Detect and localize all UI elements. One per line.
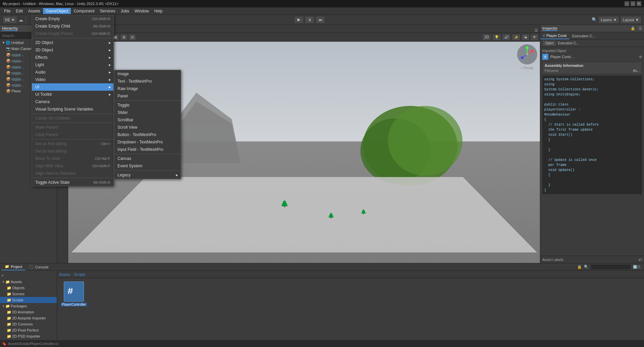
3d-object-label: 3D Object xyxy=(35,48,53,52)
maximize-button[interactable]: □ xyxy=(631,1,635,6)
ui-text-tmp[interactable]: Text - TextMeshPro xyxy=(114,78,181,85)
tree-item-2d-common[interactable]: 📁 2D Common xyxy=(0,321,57,327)
menu-component[interactable]: Component xyxy=(71,8,97,14)
hierarchy-tab[interactable]: Hierarchy xyxy=(2,26,18,31)
tree-item-2d-anim[interactable]: 📁 2D Animation xyxy=(0,309,57,315)
scene-skybox-btn[interactable]: 🌤 xyxy=(521,34,530,41)
menu-ui[interactable]: UI xyxy=(32,83,113,91)
console-tab[interactable]: ⬛ Console xyxy=(26,264,52,270)
scene-2d-btn[interactable]: 2D xyxy=(482,34,491,41)
menu-move-to-view: Move To View Ctrl+Alt+F xyxy=(32,155,113,162)
asset-player-controller[interactable]: # PlayerController xyxy=(60,281,87,306)
filename-label: Filename xyxy=(545,69,558,73)
layout-dropdown[interactable]: Layout ▼ xyxy=(620,16,641,24)
search-icon-bottom[interactable]: 🔍 xyxy=(584,265,589,269)
menu-jobs[interactable]: Jobs xyxy=(118,8,132,14)
menu-align-view-to-selected: Align View to Selected xyxy=(32,170,113,177)
layers-dropdown[interactable]: Layers ▼ xyxy=(598,16,619,24)
ui-slider[interactable]: Slider xyxy=(114,109,181,116)
small-tree-1: 🌲 xyxy=(280,200,289,208)
ui-event-system[interactable]: Event System xyxy=(114,162,181,170)
menu-gameobject[interactable]: GameObject xyxy=(43,8,71,14)
search-icon[interactable]: 🔍 xyxy=(592,17,597,22)
menu-audio[interactable]: Audio xyxy=(32,69,113,76)
ui-input-tmp[interactable]: Input Field - TextMeshPro xyxy=(114,146,181,153)
minimize-button[interactable]: ─ xyxy=(625,1,629,6)
ui-scroll-view[interactable]: Scroll View xyxy=(114,124,181,131)
scene-panel-menu[interactable]: ☰ xyxy=(533,28,540,33)
menu-edit[interactable]: Edit xyxy=(13,8,26,14)
bottom-tabs: 📁 Project ⬛ Console 🔒 🔍 🔢21 xyxy=(0,263,644,271)
re-dropdown[interactable]: RE ▼ xyxy=(3,16,17,24)
step-button[interactable]: ⏭ xyxy=(316,16,325,24)
menu-effects[interactable]: Effects xyxy=(32,54,113,61)
project-assets: Assets › Scripts # PlayerController xyxy=(57,271,644,340)
imported-object-options[interactable]: ⚙ xyxy=(639,55,642,59)
asset-labels-icon[interactable]: 🏷 xyxy=(638,258,642,262)
tree-item-2d-aseprite[interactable]: 📁 2D Aseprite Importer xyxy=(0,315,57,321)
menu-3d-object[interactable]: 3D Object xyxy=(32,46,113,54)
lock-icon[interactable]: 🔒 xyxy=(577,265,582,269)
hash-icon: # xyxy=(543,34,545,38)
menu-services[interactable]: Services xyxy=(97,8,118,14)
tree-item-packages[interactable]: ▼ 📁 Packages xyxy=(0,303,57,309)
play-button[interactable]: ▶ xyxy=(294,16,304,24)
scene-snap-btn[interactable]: ⊟ xyxy=(129,34,136,41)
ui-sep-2 xyxy=(114,154,181,154)
ui-button-tmp[interactable]: Button - TextMeshPro xyxy=(114,131,181,138)
inspector-menu-icon[interactable]: 🔒 xyxy=(631,26,635,31)
menu-ui-toolkit[interactable]: UI Toolkit xyxy=(32,91,113,98)
inspector-tab-label[interactable]: Inspector xyxy=(542,26,557,31)
title-bar: My project - Untitled - Windows, Mac, Li… xyxy=(0,0,644,7)
tree-item-scripts[interactable]: 📁 Scripts xyxy=(0,297,57,303)
open-button[interactable]: Open xyxy=(542,40,556,46)
layout-label: Layout xyxy=(623,18,634,22)
menu-help[interactable]: Help xyxy=(152,8,166,14)
breadcrumb-assets[interactable]: Assets xyxy=(59,272,70,276)
project-search-input[interactable] xyxy=(591,264,631,270)
menu-create-empty-child[interactable]: Create Empty Child Alt+Shift+N xyxy=(32,23,113,30)
tree-item-assets[interactable]: ▼ 📁 Assets xyxy=(0,279,57,285)
ui-canvas[interactable]: Canvas xyxy=(114,155,181,162)
tree-item-2d-psd[interactable]: 📁 2D PSD Importer xyxy=(0,333,57,339)
cloud-icon[interactable]: ☁ xyxy=(18,17,23,23)
project-tab[interactable]: 📁 Project xyxy=(1,264,26,270)
inspector-main-tab[interactable]: # Player Contr xyxy=(540,32,569,39)
tree-item-objects[interactable]: 📁 Objects xyxy=(0,285,57,291)
ui-dropdown-tmp[interactable]: Dropdown - TextMeshPro xyxy=(114,138,181,146)
scene-audio-btn[interactable]: 🔊 xyxy=(502,34,511,41)
menu-create-empty[interactable]: Create Empty Ctrl+Shift+N xyxy=(32,15,113,23)
scene-view-btn[interactable]: ⊞ xyxy=(120,34,128,41)
add-asset-btn[interactable]: + xyxy=(0,272,57,279)
menu-2d-object[interactable]: 2D Object xyxy=(32,39,113,46)
close-button[interactable]: ✕ xyxy=(637,1,641,6)
ui-image[interactable]: Image xyxy=(114,70,181,78)
scene-gizmos-btn[interactable]: 👁 xyxy=(531,34,539,41)
menu-light[interactable]: Light xyxy=(32,61,113,69)
ui-legacy[interactable]: Legacy xyxy=(114,171,181,179)
scene-light-btn[interactable]: 💡 xyxy=(492,34,501,41)
pause-button[interactable]: ⏸ xyxy=(305,16,314,24)
ui-toggle[interactable]: Toggle xyxy=(114,101,181,109)
menu-video[interactable]: Video xyxy=(32,76,113,83)
pkg-label: 2D PSD Importer xyxy=(12,334,40,338)
breadcrumb-scripts[interactable]: Scripts xyxy=(74,272,86,276)
menu-visual-scripting[interactable]: Visual Scripting Scene Variables xyxy=(32,105,113,113)
ui-raw-image[interactable]: Raw Image xyxy=(114,85,181,92)
inspector-options-icon[interactable]: ☰ xyxy=(639,26,642,31)
ui-panel[interactable]: Panel xyxy=(114,92,181,100)
tree-item-scenes[interactable]: 📁 Scenes xyxy=(0,291,57,297)
menu-set-first-sibling: Set as first sibling Ctrl+= xyxy=(32,140,113,147)
toolbar-separator-1 xyxy=(26,16,26,23)
ui-scrollbar[interactable]: Scrollbar xyxy=(114,116,181,124)
inspector-exec-tab[interactable]: Execution C... xyxy=(569,32,598,39)
imported-object-section: Imported Object # Player Contr... ⚙ xyxy=(542,49,642,60)
scene-fx-btn[interactable]: ✨ xyxy=(512,34,520,41)
tree-item-2d-pixel[interactable]: 📁 2D Pixel Perfect xyxy=(0,327,57,333)
menu-file[interactable]: File xyxy=(1,8,13,14)
menu-window[interactable]: Window xyxy=(132,8,152,14)
menu-camera[interactable]: Camera xyxy=(32,98,113,105)
menu-assets[interactable]: Assets xyxy=(26,8,43,14)
menu-toggle-active[interactable]: Toggle Active State Alt+Shift+A xyxy=(32,179,113,186)
inspector-action-bar: Open Execution C... xyxy=(540,40,644,47)
